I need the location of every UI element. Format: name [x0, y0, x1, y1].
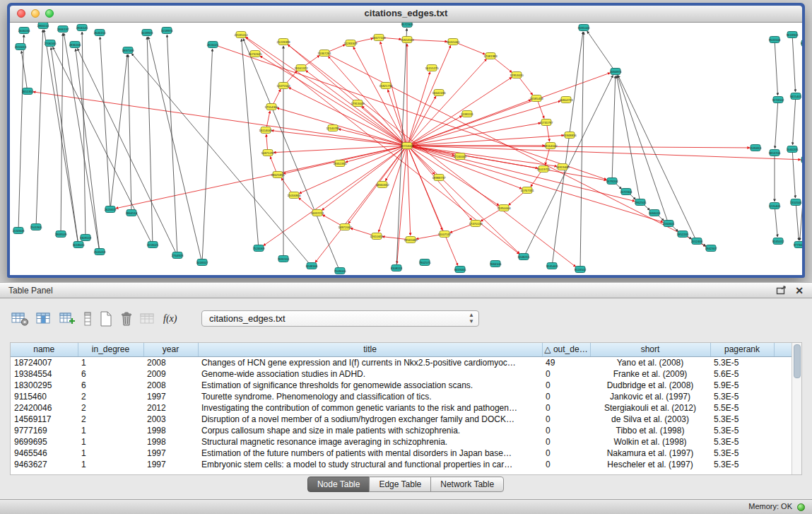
table-cell[interactable]: 1: [78, 436, 143, 448]
graph-node[interactable]: 2706160: [45, 40, 57, 47]
graph-node[interactable]: 1684874: [610, 69, 622, 75]
column-header-year[interactable]: year: [143, 343, 198, 356]
table-cell[interactable]: 1997: [143, 391, 198, 402]
graph-node[interactable]: 2555613: [15, 44, 27, 50]
graph-node[interactable]: 14872007: [338, 224, 352, 230]
graph-node[interactable]: 15056804: [287, 192, 301, 199]
tab-edge-table[interactable]: Edge Table: [369, 477, 431, 492]
table-cell[interactable]: 0: [542, 425, 590, 436]
citation-edge-red[interactable]: [216, 45, 607, 180]
graph-node[interactable]: 8181044: [578, 25, 590, 31]
citation-edge-black[interactable]: [147, 37, 153, 242]
table-cell[interactable]: 0: [542, 414, 590, 425]
graph-node[interactable]: 19161372: [294, 65, 308, 71]
table-cell[interactable]: Stergiakouli et al. (2012): [590, 402, 710, 414]
graph-node[interactable]: 16019721: [536, 166, 551, 173]
zoom-window-button[interactable]: [45, 9, 54, 18]
table-cell[interactable]: 2012: [143, 402, 198, 414]
table-cell[interactable]: 9465546: [11, 448, 78, 459]
table-cell[interactable]: 0: [542, 448, 590, 459]
graph-node[interactable]: 12475504: [276, 83, 290, 89]
citation-edge-black[interactable]: [616, 76, 640, 199]
table-cell[interactable]: Structural magnetic resonance image aver…: [198, 436, 542, 448]
table-cell[interactable]: Nakamura et al. (1997): [590, 448, 710, 459]
table-cell[interactable]: 18300295: [11, 380, 78, 391]
table-cell[interactable]: 5.5E-5: [710, 402, 774, 414]
table-cell[interactable]: 1998: [143, 436, 198, 448]
citation-edge-red[interactable]: [508, 192, 524, 205]
citation-edge-black[interactable]: [580, 32, 584, 267]
citation-edge-red[interactable]: [270, 156, 276, 172]
graph-node[interactable]: 19351955: [333, 160, 347, 167]
table-cell[interactable]: 49: [542, 356, 590, 368]
citation-edge-black[interactable]: [100, 37, 110, 206]
table-scrollbar-thumb[interactable]: [794, 344, 801, 378]
table-cell[interactable]: 0: [542, 368, 590, 380]
graph-node[interactable]: 3159974: [161, 28, 173, 34]
graph-node[interactable]: 2869509: [55, 231, 67, 238]
graph-node[interactable]: 7691551: [278, 256, 290, 262]
column-header-pagerank[interactable]: pagerank: [710, 343, 774, 356]
table-cell[interactable]: 14569117: [11, 414, 78, 425]
new-column-icon[interactable]: [59, 310, 76, 328]
citation-edge-red[interactable]: [273, 89, 281, 104]
column-header-in_degree[interactable]: in_degree: [78, 343, 143, 356]
graph-node[interactable]: 1310506: [790, 199, 802, 206]
citation-edge-black[interactable]: [775, 42, 777, 95]
citation-edge-red[interactable]: [457, 42, 486, 54]
table-cell[interactable]: Tourette syndrome. Phenomenology and cla…: [198, 391, 542, 402]
citation-edge-red[interactable]: [493, 57, 512, 72]
graph-node[interactable]: 1852205: [677, 231, 689, 238]
table-cell[interactable]: 6: [78, 380, 143, 391]
table-cell[interactable]: 1: [78, 356, 143, 368]
table-row[interactable]: 977716911998Corpus callosum shape and si…: [11, 425, 792, 436]
table-cell[interactable]: 18724007: [11, 356, 78, 368]
citation-edge-red[interactable]: [411, 123, 541, 145]
citation-edge-red[interactable]: [322, 147, 404, 210]
delete-table-icon[interactable]: [119, 310, 134, 328]
table-cell[interactable]: 1998: [143, 425, 198, 436]
graph-node[interactable]: 3018317: [196, 259, 208, 266]
table-cell[interactable]: Disruption of a novel member of a sodium…: [198, 414, 542, 425]
column-header-title[interactable]: title: [198, 343, 542, 356]
citation-edge-red[interactable]: [266, 134, 268, 150]
graph-node[interactable]: 2501905: [30, 224, 42, 230]
table-cell[interactable]: 0: [542, 380, 590, 391]
graph-node[interactable]: 19565683: [404, 237, 418, 243]
table-cell[interactable]: 0: [542, 459, 590, 470]
graph-node[interactable]: 17913009: [351, 100, 365, 107]
table-cell[interactable]: Investigating the contribution of common…: [198, 402, 542, 414]
graph-node[interactable]: 9572303: [401, 23, 413, 28]
graph-node[interactable]: 10767331: [520, 187, 534, 194]
citation-edge-red[interactable]: [410, 148, 520, 254]
graph-node[interactable]: 16055061: [446, 39, 460, 45]
table-cell[interactable]: 2008: [143, 380, 198, 391]
graph-node[interactable]: 3897589: [122, 47, 134, 54]
table-cell[interactable]: 1: [78, 459, 143, 470]
table-scrollbar[interactable]: [792, 343, 801, 474]
graph-node[interactable]: 12953020: [510, 72, 524, 78]
citation-edge-red[interactable]: [328, 56, 404, 144]
table-cell[interactable]: Yano et al. (2008): [590, 356, 710, 368]
table-cell[interactable]: Embryonic stem cells: a model to study s…: [198, 459, 542, 470]
column-header-short[interactable]: short: [590, 343, 710, 356]
citation-edge-black[interactable]: [51, 47, 78, 242]
citation-edge-black[interactable]: [64, 33, 99, 249]
graph-node[interactable]: 1679204: [606, 178, 618, 185]
table-cell[interactable]: Jankovic et al. (1997): [590, 391, 710, 402]
table-cell[interactable]: 5.3E-5: [710, 459, 774, 470]
graph-node[interactable]: 9245012: [772, 238, 784, 245]
table-cell[interactable]: 0: [542, 391, 590, 402]
graph-node[interactable]: 10871297: [261, 150, 275, 156]
table-cell[interactable]: 2: [78, 402, 143, 414]
citation-edge-red[interactable]: [266, 111, 270, 127]
graph-node[interactable]: 16919409: [555, 164, 570, 170]
table-cell[interactable]: 5.6E-5: [710, 368, 774, 380]
graph-node[interactable]: 22035014: [234, 32, 248, 38]
citation-edge-black[interactable]: [78, 48, 176, 252]
citation-edge-black[interactable]: [111, 54, 128, 206]
graph-node[interactable]: 16337211: [311, 210, 324, 216]
graph-node[interactable]: 3159021: [147, 242, 159, 248]
graph-node[interactable]: 8108113: [391, 265, 403, 271]
graph-node[interactable]: 2651350: [22, 88, 34, 95]
